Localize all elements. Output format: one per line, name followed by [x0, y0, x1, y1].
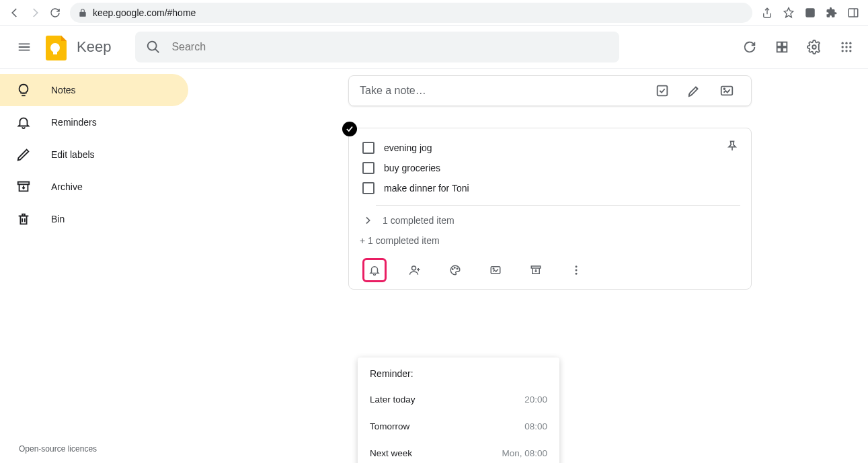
svg-point-3 [50, 43, 60, 52]
svg-rect-27 [491, 267, 500, 274]
svg-rect-19 [18, 182, 30, 185]
svg-rect-20 [658, 86, 668, 96]
reminder-option-time: 08:00 [524, 421, 547, 431]
google-apps-button[interactable] [833, 34, 860, 60]
svg-rect-7 [777, 47, 781, 51]
note-card[interactable]: evening jog buy groceries make dinner fo… [348, 128, 752, 290]
refresh-button[interactable] [736, 34, 763, 60]
collaborator-button[interactable] [404, 259, 426, 281]
checkbox-icon[interactable] [362, 162, 374, 174]
background-options-button[interactable] [444, 259, 466, 281]
svg-point-14 [845, 46, 847, 48]
svg-point-26 [457, 268, 458, 269]
settings-button[interactable] [801, 34, 828, 60]
sidebar-item-archive[interactable]: Archive [0, 171, 188, 203]
panel-icon[interactable] [844, 3, 863, 22]
new-drawing-button[interactable] [681, 77, 708, 104]
share-icon[interactable] [758, 3, 777, 22]
pin-button[interactable] [721, 135, 743, 157]
browser-url-text: keep.google.com/#home [93, 7, 196, 18]
sidebar-item-notes[interactable]: Notes [0, 74, 188, 106]
svg-point-12 [849, 42, 851, 44]
svg-point-15 [849, 46, 851, 48]
svg-point-24 [452, 269, 454, 270]
sidebar-item-label: Archive [51, 181, 83, 192]
svg-point-28 [493, 268, 494, 269]
svg-point-13 [842, 46, 844, 48]
svg-point-11 [845, 42, 847, 44]
new-image-note-button[interactable] [713, 77, 740, 104]
checklist-item-text: buy groceries [384, 163, 440, 173]
reminder-option-label: Next week [370, 448, 412, 458]
reminder-option-label: Later today [370, 394, 416, 405]
svg-point-22 [723, 88, 725, 89]
bell-icon [16, 115, 32, 130]
sidebar-item-reminders[interactable]: Reminders [0, 106, 188, 138]
reminder-popup: Reminder: Later today 20:00 Tomorrow 08:… [358, 357, 559, 463]
list-view-button[interactable] [768, 34, 795, 60]
reminder-option-tomorrow[interactable]: Tomorrow 08:00 [358, 413, 559, 439]
remind-me-button[interactable] [364, 259, 385, 281]
svg-rect-1 [849, 9, 858, 17]
take-a-note-input[interactable]: Take a note… [348, 75, 752, 106]
app-title: Keep [77, 38, 111, 56]
svg-point-25 [455, 267, 456, 269]
new-list-button[interactable] [649, 77, 676, 104]
search-input[interactable] [171, 41, 608, 53]
keep-logo-icon [46, 34, 69, 60]
svg-rect-21 [721, 87, 733, 95]
checklist-item[interactable]: buy groceries [360, 158, 740, 178]
sidebar-item-label: Notes [51, 85, 76, 95]
completed-items-toggle[interactable]: 1 completed item [360, 211, 740, 230]
add-image-button[interactable] [485, 259, 506, 281]
checklist-item[interactable]: evening jog [360, 138, 740, 158]
svg-rect-5 [777, 42, 781, 46]
trash-icon [16, 212, 32, 226]
main-content: Take a note… evening jog buy gr [188, 69, 868, 463]
take-note-placeholder: Take a note… [360, 85, 643, 97]
reminder-option-later-today[interactable]: Later today 20:00 [358, 386, 559, 413]
note-toolbar [360, 254, 740, 286]
reminder-option-label: Tomorrow [370, 421, 409, 431]
lock-icon [78, 8, 87, 17]
svg-rect-8 [783, 47, 787, 51]
search-box[interactable] [135, 32, 619, 62]
browser-forward-button[interactable] [26, 3, 44, 22]
svg-point-16 [842, 50, 844, 52]
sidebar-item-label: Edit labels [51, 149, 95, 160]
svg-point-32 [576, 273, 578, 275]
app-header: Keep [0, 26, 868, 69]
reminder-option-time: Mon, 08:00 [502, 448, 547, 458]
archive-button[interactable] [525, 259, 547, 281]
main-menu-button[interactable] [8, 31, 40, 63]
sub-completed-text: + 1 completed item [360, 230, 740, 254]
bookmark-star-icon[interactable] [779, 3, 798, 22]
extensions-icon[interactable] [822, 3, 841, 22]
checklist-item[interactable]: make dinner for Toni [360, 178, 740, 198]
reminder-option-next-week[interactable]: Next week Mon, 08:00 [358, 439, 559, 463]
sidebar-item-label: Bin [51, 214, 65, 224]
svg-point-31 [576, 269, 578, 271]
sidebar-item-bin[interactable]: Bin [0, 203, 188, 235]
account-square-icon[interactable] [801, 3, 820, 22]
checkbox-icon[interactable] [362, 142, 374, 154]
svg-point-18 [849, 50, 851, 52]
browser-reload-button[interactable] [46, 3, 65, 22]
open-source-licences-link[interactable]: Open-source licences [19, 444, 97, 454]
select-note-check-icon[interactable] [342, 122, 357, 136]
pencil-icon [16, 147, 32, 162]
checkbox-icon[interactable] [362, 182, 374, 194]
svg-rect-0 [805, 8, 815, 17]
checklist-item-text: evening jog [384, 142, 432, 153]
svg-rect-29 [531, 266, 541, 268]
svg-rect-6 [783, 42, 787, 46]
sidebar-item-edit-labels[interactable]: Edit labels [0, 138, 188, 171]
svg-point-30 [576, 265, 578, 267]
divider [376, 205, 740, 206]
browser-url-bar[interactable]: keep.google.com/#home [70, 3, 752, 23]
more-options-button[interactable] [565, 259, 587, 281]
reminder-option-time: 20:00 [524, 394, 547, 405]
lightbulb-icon [16, 83, 32, 97]
chevron-right-icon [362, 215, 374, 226]
browser-back-button[interactable] [5, 3, 24, 22]
